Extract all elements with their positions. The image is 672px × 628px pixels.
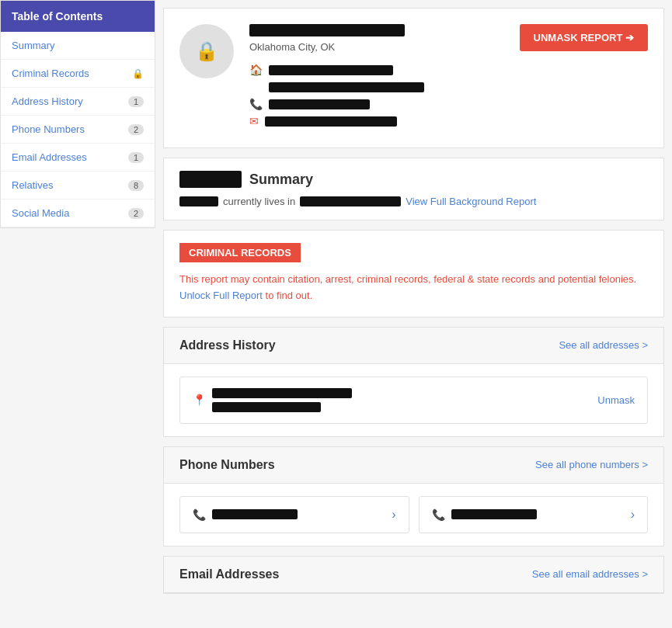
- sidebar-item-criminal-records[interactable]: Criminal Records 🔒: [1, 60, 155, 88]
- address-history-header: Address History See all addresses >: [164, 328, 663, 364]
- sidebar: Table of Contents Summary Criminal Recor…: [0, 0, 155, 228]
- phone-number-1-redacted: [212, 509, 298, 519]
- home-icon: 🏠: [249, 64, 263, 76]
- map-pin-icon: 📍: [193, 394, 206, 406]
- chevron-right-icon-2: ›: [631, 508, 635, 522]
- social-media-badge: 2: [128, 208, 144, 219]
- summary-section: Summary currently lives in View Full Bac…: [163, 158, 664, 220]
- avatar-lock-icon: 🔒: [195, 40, 218, 62]
- view-full-report-link[interactable]: View Full Background Report: [406, 196, 536, 207]
- summary-name-redacted: [179, 171, 242, 188]
- relatives-badge: 8: [128, 180, 144, 191]
- address-line2-redacted: [212, 402, 321, 412]
- sidebar-item-label: Summary: [12, 40, 55, 51]
- address-line1-redacted: [212, 388, 352, 398]
- sidebar-item-label: Address History: [12, 95, 83, 107]
- email-addresses-header: Email Addresses See all email addresses …: [164, 557, 663, 593]
- criminal-description: This report may contain citation, arrest…: [179, 273, 636, 285]
- address-bars: [212, 388, 352, 412]
- sidebar-item-label: Relatives: [12, 179, 53, 191]
- phone-entry-2[interactable]: 📞 ›: [419, 496, 649, 533]
- phone-icon: 📞: [249, 98, 263, 110]
- unmask-address-link[interactable]: Unmask: [597, 394, 635, 406]
- address-history-title: Address History: [179, 338, 276, 352]
- phone-numbers-header: Phone Numbers See all phone numbers >: [164, 447, 663, 484]
- unlock-suffix: to find out.: [266, 290, 313, 301]
- sidebar-item-label: Criminal Records: [12, 68, 89, 79]
- phone-numbers-body: 📞 › 📞 ›: [164, 484, 663, 546]
- criminal-records-text: This report may contain citation, arrest…: [179, 272, 648, 304]
- address-redacted2: [269, 82, 424, 92]
- summary-title: Summary: [249, 172, 313, 188]
- address-entry: 📍 Unmask: [179, 376, 648, 424]
- email-addresses-section: Email Addresses See all email addresses …: [163, 556, 664, 594]
- sidebar-item-label: Social Media: [12, 207, 69, 219]
- email-redacted: [265, 116, 397, 127]
- phone-numbers-badge: 2: [128, 124, 144, 135]
- address-left: 📍: [193, 388, 352, 412]
- profile-address-detail2: 🏠: [249, 81, 648, 93]
- see-all-addresses-link[interactable]: See all addresses >: [559, 339, 648, 351]
- phone-number-2-redacted: [451, 509, 537, 519]
- unmask-report-button[interactable]: UNMASK REPORT ➔: [520, 24, 648, 51]
- unlock-full-report-link[interactable]: Unlock Full Report: [179, 290, 263, 301]
- profile-phone-detail: 📞: [249, 98, 648, 110]
- sidebar-item-label: Email Addresses: [12, 151, 87, 163]
- email-icon: ✉: [249, 115, 259, 127]
- address-history-body: 📍 Unmask: [164, 364, 663, 436]
- name-redacted-inline: [179, 196, 218, 206]
- phone-numbers-title: Phone Numbers: [179, 458, 275, 472]
- criminal-records-section: CRIMINAL RECORDS This report may contain…: [163, 230, 664, 317]
- lock-icon: 🔒: [132, 68, 144, 79]
- phone-numbers-section: Phone Numbers See all phone numbers > 📞 …: [163, 446, 664, 546]
- email-addresses-badge: 1: [128, 152, 144, 163]
- sidebar-item-summary[interactable]: Summary: [1, 32, 155, 60]
- phone-icon-1: 📞: [193, 508, 206, 521]
- main-content: 🔒 Oklahoma City, OK 🏠 🏠 📞 ✉ UNMASK REPO: [155, 0, 672, 628]
- sidebar-item-label: Phone Numbers: [12, 123, 85, 135]
- sidebar-title: Table of Contents: [1, 1, 155, 32]
- phone-left-2: 📞: [432, 508, 537, 521]
- sidebar-item-phone-numbers[interactable]: Phone Numbers 2: [1, 116, 155, 144]
- address-history-badge: 1: [128, 96, 144, 107]
- sidebar-item-social-media[interactable]: Social Media 2: [1, 200, 155, 227]
- profile-name-redacted: [249, 24, 405, 36]
- address-history-section: Address History See all addresses > 📍 Un…: [163, 327, 664, 437]
- email-addresses-title: Email Addresses: [179, 567, 279, 581]
- sidebar-item-relatives[interactable]: Relatives 8: [1, 172, 155, 200]
- profile-card: 🔒 Oklahoma City, OK 🏠 🏠 📞 ✉ UNMASK REPO: [163, 8, 664, 148]
- see-all-phone-numbers-link[interactable]: See all phone numbers >: [535, 459, 648, 470]
- profile-email-detail: ✉: [249, 115, 648, 127]
- phone-entry-1[interactable]: 📞 ›: [179, 496, 409, 533]
- summary-body: currently lives in View Full Background …: [179, 196, 648, 207]
- sidebar-item-email-addresses[interactable]: Email Addresses 1: [1, 144, 155, 172]
- avatar: 🔒: [179, 24, 234, 78]
- phone-icon-2: 📞: [432, 508, 445, 521]
- phone-redacted: [269, 99, 370, 109]
- lives-in-text: currently lives in: [223, 196, 295, 207]
- see-all-email-addresses-link[interactable]: See all email addresses >: [532, 568, 648, 580]
- phone-grid: 📞 › 📞 ›: [179, 496, 648, 533]
- phone-left-1: 📞: [193, 508, 298, 521]
- summary-header: Summary: [179, 171, 648, 188]
- sidebar-item-address-history[interactable]: Address History 1: [1, 88, 155, 116]
- profile-address-detail: 🏠: [249, 64, 648, 76]
- criminal-records-badge: CRIMINAL RECORDS: [179, 243, 301, 262]
- address-redacted: [269, 65, 393, 75]
- chevron-right-icon-1: ›: [392, 508, 395, 522]
- location-redacted-inline: [300, 196, 401, 206]
